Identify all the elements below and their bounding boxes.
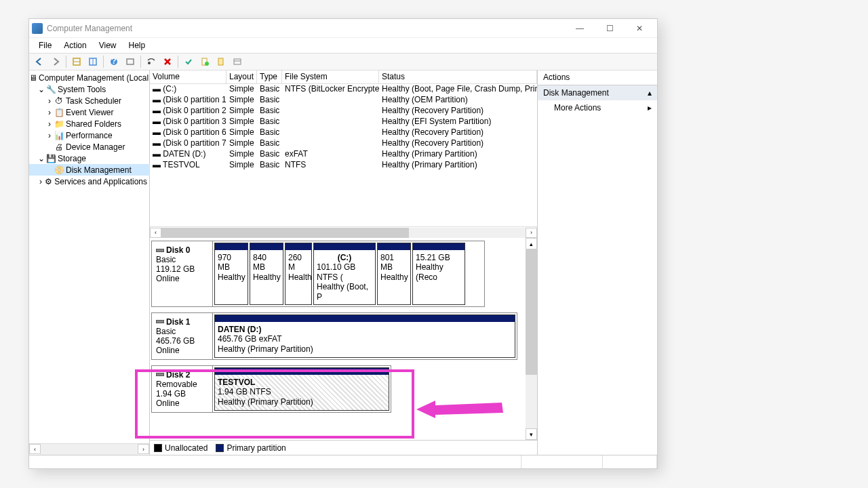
close-button[interactable]: ✕	[625, 19, 654, 38]
statusbar	[29, 455, 657, 468]
tree-device-manager[interactable]: Device Manager	[66, 142, 125, 152]
partition[interactable]: (C:)101.10 GB NTFS (Healthy (Boot, P	[313, 243, 376, 305]
menu-view[interactable]: View	[94, 39, 122, 52]
performance-icon: 📊	[54, 130, 64, 141]
volume-hscroll[interactable]: ‹ ›	[150, 226, 537, 238]
list-button[interactable]	[230, 54, 245, 69]
clock-icon: ⏱	[54, 96, 64, 106]
tree-event-viewer[interactable]: Event Viewer	[66, 108, 113, 117]
col-filesystem[interactable]: File System	[282, 70, 379, 83]
navigation-tree[interactable]: 🖥Computer Management (Local ⌄🔧System Too…	[29, 70, 150, 443]
col-status[interactable]: Status	[379, 70, 537, 83]
partition[interactable]: 970 MBHealthy	[214, 243, 248, 305]
legend-primary: Primary partition	[226, 443, 285, 453]
delete-button[interactable]	[160, 54, 175, 69]
volume-row[interactable]: ▬ (Disk 0 partition 2)SimpleBasicHealthy…	[150, 106, 537, 117]
tree-task-scheduler[interactable]: Task Scheduler	[66, 96, 121, 106]
event-icon: 📋	[54, 107, 64, 118]
collapse-icon[interactable]: ▴	[648, 88, 652, 98]
legend-unallocated: Unallocated	[165, 443, 208, 453]
volume-row[interactable]: ▬ (Disk 0 partition 3)SimpleBasicHealthy…	[150, 117, 537, 127]
forward-button[interactable]	[48, 54, 63, 69]
tree-root[interactable]: Computer Management (Local	[39, 73, 149, 83]
menubar: File Action View Help	[29, 38, 657, 53]
actions-more[interactable]: More Actions ▸	[538, 100, 657, 115]
partition-testvol[interactable]: TESTVOL 1.94 GB NTFS Healthy (Primary Pa…	[214, 367, 389, 411]
actions-disk-management[interactable]: Disk Management ▴	[538, 85, 657, 100]
refresh-button[interactable]	[123, 54, 138, 69]
scroll-up-icon[interactable]: ▴	[526, 238, 537, 249]
new-button[interactable]	[197, 54, 212, 69]
expand-icon[interactable]: ›	[37, 177, 44, 186]
svg-point-9	[205, 62, 209, 66]
scroll-thumb[interactable]	[161, 228, 409, 238]
partition[interactable]: 801 MBHealthy	[377, 243, 411, 305]
maximize-button[interactable]: ☐	[595, 19, 625, 38]
submenu-icon: ▸	[648, 103, 652, 113]
expand-icon[interactable]: ›	[45, 108, 54, 117]
partition[interactable]: 840 MBHealthy	[250, 243, 283, 305]
app-icon	[32, 23, 43, 34]
tree-services[interactable]: Services and Applications	[54, 177, 147, 186]
device-icon: 🖨	[54, 142, 64, 152]
show-hide-console-button[interactable]	[85, 54, 100, 69]
tree-disk-management[interactable]: Disk Management	[66, 165, 132, 175]
partition[interactable]: 15.21 GBHealthy (Reco	[412, 243, 465, 305]
volume-row[interactable]: ▬ (Disk 0 partition 6)SimpleBasicHealthy…	[150, 127, 537, 138]
tree-performance[interactable]: Performance	[66, 131, 113, 140]
volume-row[interactable]: ▬ (Disk 0 partition 1)SimpleBasicHealthy…	[150, 95, 537, 106]
disk-0-row[interactable]: Disk 0 Basic 119.12 GB Online 970 MBHeal…	[151, 241, 485, 307]
volume-row[interactable]: ▬ DATEN (D:)SimpleBasicexFATHealthy (Pri…	[150, 149, 537, 160]
storage-icon: 💾	[45, 153, 56, 164]
titlebar[interactable]: Computer Management — ☐ ✕	[29, 19, 657, 38]
scroll-down-icon[interactable]: ▾	[526, 428, 537, 440]
tree-system-tools[interactable]: System Tools	[58, 85, 106, 94]
menu-file[interactable]: File	[33, 39, 57, 52]
services-icon: ⚙	[44, 176, 53, 187]
computer-management-window: Computer Management — ☐ ✕ File Action Vi…	[28, 18, 658, 469]
volume-list-header[interactable]: Volume Layout Type File System Status	[150, 70, 537, 84]
disk-2-row[interactable]: Disk 2 Removable 1.94 GB Online TESTVOL …	[151, 365, 391, 413]
disk-2-info: Disk 2 Removable 1.94 GB Online	[152, 366, 213, 412]
menu-action[interactable]: Action	[58, 39, 92, 52]
disk-graph[interactable]: Disk 0 Basic 119.12 GB Online 970 MBHeal…	[151, 241, 526, 440]
graph-vscroll[interactable]: ▴ ▾	[526, 238, 537, 440]
scroll-thumb[interactable]	[526, 249, 537, 375]
col-type[interactable]: Type	[257, 70, 282, 83]
svg-rect-11	[234, 59, 241, 64]
legend: Unallocated Primary partition	[150, 440, 537, 455]
help-button[interactable]: ?	[106, 54, 121, 69]
tree-shared-folders[interactable]: Shared Folders	[66, 119, 121, 129]
col-layout[interactable]: Layout	[226, 70, 257, 83]
actions-pane: Actions Disk Management ▴ More Actions ▸	[538, 70, 657, 455]
col-volume[interactable]: Volume	[150, 70, 226, 83]
svg-text:?: ?	[111, 57, 116, 66]
volume-list[interactable]: ▬ (C:)SimpleBasicNTFS (BitLocker Encrypt…	[150, 84, 537, 226]
tree-scrollbar[interactable]: ‹›	[29, 443, 149, 455]
expand-icon[interactable]: ›	[45, 96, 54, 106]
disk-1-row[interactable]: Disk 1 Basic 465.76 GB Online DATEN (D:)…	[151, 312, 517, 360]
menu-help[interactable]: Help	[123, 39, 151, 52]
expand-icon[interactable]: ›	[45, 131, 54, 140]
properties-button[interactable]	[214, 54, 229, 69]
show-hide-tree-button[interactable]	[69, 54, 84, 69]
folder-icon: 📁	[54, 119, 64, 129]
volume-row[interactable]: ▬ TESTVOLSimpleBasicNTFSHealthy (Primary…	[150, 160, 537, 171]
disk-1-info: Disk 1 Basic 465.76 GB Online	[152, 313, 213, 359]
expand-icon[interactable]: ⌄	[37, 85, 45, 94]
tree-storage[interactable]: Storage	[58, 154, 86, 163]
partition[interactable]: 260 MHealth	[285, 243, 312, 305]
disk-0-info: Disk 0 Basic 119.12 GB Online	[152, 241, 213, 306]
settings-button[interactable]	[144, 54, 159, 69]
volume-row[interactable]: ▬ (Disk 0 partition 7)SimpleBasicHealthy…	[150, 138, 537, 149]
toolbar: ?	[29, 53, 657, 70]
scroll-right-icon[interactable]: ›	[526, 228, 537, 238]
partition-daten[interactable]: DATEN (D:) 465.76 GB exFAT Healthy (Prim…	[214, 314, 515, 358]
minimize-button[interactable]: —	[565, 19, 595, 38]
check-button[interactable]	[181, 54, 196, 69]
back-button[interactable]	[32, 54, 47, 69]
expand-icon[interactable]: ›	[45, 119, 54, 129]
scroll-left-icon[interactable]: ‹	[150, 228, 161, 238]
volume-row[interactable]: ▬ (C:)SimpleBasicNTFS (BitLocker Encrypt…	[150, 84, 537, 95]
expand-icon[interactable]: ⌄	[37, 154, 45, 163]
